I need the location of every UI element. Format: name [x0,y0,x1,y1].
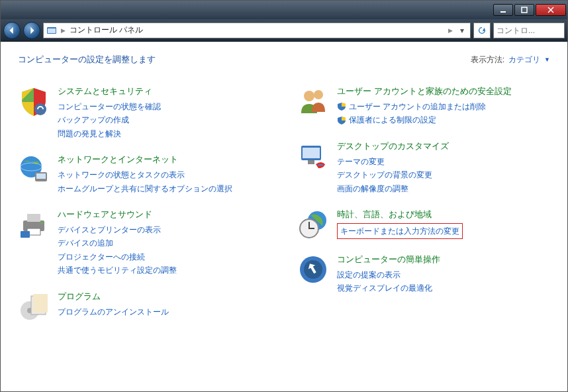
content-area: コンピューターの設定を調整します 表示方法: カテゴリ ▼ システムとセキュリテ… [1,42,567,391]
address-bar[interactable]: ▶ コントロール パネル ▶ ▾ [43,23,471,38]
address-dropdown[interactable]: ▾ [457,26,467,35]
category-link[interactable]: 問題の発見と解決 [58,127,271,140]
category-link[interactable]: バックアップの作成 [58,113,271,126]
printer-icon[interactable] [18,209,50,240]
category-link[interactable]: 設定の提案の表示 [337,268,550,281]
ease-icon[interactable] [297,254,329,285]
svg-point-19 [304,91,314,101]
link-label: デスクトップの背景の変更 [337,168,432,181]
category-title[interactable]: デスクトップのカスタマイズ [337,140,550,152]
chevron-down-icon: ▼ [544,56,550,63]
search-input[interactable] [497,26,568,35]
category-link[interactable]: 画面の解像度の調整 [337,182,550,195]
breadcrumb-sep: ▶ [61,27,66,34]
category-link[interactable]: ホームグループと共有に関するオプションの選択 [58,182,271,195]
svg-rect-9 [36,173,46,179]
minimize-button[interactable] [493,4,513,16]
category-right-0: ユーザー アカウントと家族のための安全設定ユーザー アカウントの追加または削除保… [297,85,550,127]
svg-point-20 [314,90,323,99]
breadcrumb[interactable]: コントロール パネル [70,24,444,36]
category-title[interactable]: ハードウェアとサウンド [58,209,271,220]
link-label: ネットワークの状態とタスクの表示 [58,168,185,181]
uac-shield-icon [337,102,346,111]
svg-rect-22 [303,148,320,158]
category-title[interactable]: プログラム [58,291,271,303]
category-link[interactable]: キーボードまたは入力方法の変更 [337,223,463,239]
search-box[interactable] [493,23,565,38]
svg-point-13 [40,222,43,224]
category-title[interactable]: 時計、言語、および地域 [337,209,550,220]
page-title: コンピューターの設定を調整します [18,54,156,66]
category-link[interactable]: テーマの変更 [337,155,550,168]
link-label: 視覚ディスプレイの最適化 [337,281,432,295]
shield-icon[interactable] [18,85,50,117]
link-label: プログラムのアンインストール [58,305,169,318]
svg-rect-1 [522,7,527,13]
category-link[interactable]: プロジェクターへの接続 [58,250,271,264]
link-label: 保護者による制限の設定 [349,113,436,126]
link-label: ホームグループと共有に関するオプションの選択 [58,182,232,195]
view-by-value[interactable]: カテゴリ [508,54,540,66]
svg-rect-14 [21,231,30,238]
category-link[interactable]: 視覚ディスプレイの最適化 [337,281,550,295]
category-title[interactable]: ネットワークとインターネット [58,154,271,166]
category-title[interactable]: コンピューターの簡単操作 [337,254,550,266]
link-label: 設定の提案の表示 [337,268,401,281]
programs-icon[interactable] [18,291,50,322]
category-link[interactable]: ユーザー アカウントの追加または削除 [337,100,550,113]
maximize-button[interactable] [514,4,534,16]
svg-rect-3 [48,28,56,33]
titlebar [1,1,567,19]
uac-shield-icon [337,116,346,125]
category-link[interactable]: デバイスの追加 [58,236,271,250]
category-left-1: ネットワークとインターネットネットワークの状態とタスクの表示ホームグループと共有… [18,154,271,195]
navbar: ▶ コントロール パネル ▶ ▾ [1,19,567,42]
refresh-button[interactable] [473,23,491,38]
appearance-icon[interactable] [297,140,329,172]
link-label: デバイスの追加 [58,236,113,250]
category-left-0: システムとセキュリティコンピューターの状態を確認バックアップの作成問題の発見と解… [18,85,271,140]
view-by[interactable]: 表示方法: カテゴリ ▼ [471,54,550,66]
category-left-3: プログラムプログラムのアンインストール [18,291,271,322]
back-button[interactable] [3,22,21,39]
svg-point-5 [34,103,46,115]
left-column: システムとセキュリティコンピューターの状態を確認バックアップの作成問題の発見と解… [18,85,271,336]
link-label: テーマの変更 [337,155,385,168]
forward-button[interactable] [23,22,40,39]
category-left-2: ハードウェアとサウンドデバイスとプリンターの表示デバイスの追加プロジェクターへの… [18,209,271,277]
category-link[interactable]: プログラムのアンインストール [58,305,271,318]
category-link[interactable]: ネットワークの状態とタスクの表示 [58,168,271,181]
link-label: バックアップの作成 [58,113,129,126]
globe-icon[interactable] [18,154,50,185]
control-panel-icon [46,25,57,36]
close-button[interactable] [536,4,566,16]
category-right-3: コンピューターの簡単操作設定の提案の表示視覚ディスプレイの最適化 [297,254,550,295]
category-right-1: デスクトップのカスタマイズテーマの変更デスクトップの背景の変更画面の解像度の調整 [297,140,550,195]
link-label: プロジェクターへの接続 [58,250,145,264]
link-label: デバイスとプリンターの表示 [58,223,161,236]
svg-rect-23 [308,160,314,164]
link-label: 共通で使うモビリティ設定の調整 [58,264,177,277]
category-title[interactable]: システムとセキュリティ [58,85,271,97]
category-title[interactable]: ユーザー アカウントと家族のための安全設定 [337,85,550,97]
svg-rect-18 [33,294,48,313]
category-right-2: 時計、言語、および地域キーボードまたは入力方法の変更 [297,209,550,240]
svg-rect-11 [27,214,40,222]
link-label: 画面の解像度の調整 [337,182,408,195]
category-link[interactable]: デスクトップの背景の変更 [337,168,550,181]
category-link[interactable]: 保護者による制限の設定 [337,113,550,126]
clock-icon[interactable] [297,209,329,240]
category-link[interactable]: デバイスとプリンターの表示 [58,223,271,236]
breadcrumb-sep: ▶ [448,27,453,34]
users-icon[interactable] [297,85,329,117]
link-label: ユーザー アカウントの追加または削除 [349,100,486,113]
link-label: コンピューターの状態を確認 [58,100,161,113]
view-by-label: 表示方法: [471,54,504,66]
link-label: キーボードまたは入力方法の変更 [340,224,459,238]
svg-rect-0 [500,11,506,13]
link-label: 問題の発見と解決 [58,127,121,140]
right-column: ユーザー アカウントと家族のための安全設定ユーザー アカウントの追加または削除保… [297,85,550,336]
category-link[interactable]: 共通で使うモビリティ設定の調整 [58,264,271,277]
category-link[interactable]: コンピューターの状態を確認 [58,100,271,113]
